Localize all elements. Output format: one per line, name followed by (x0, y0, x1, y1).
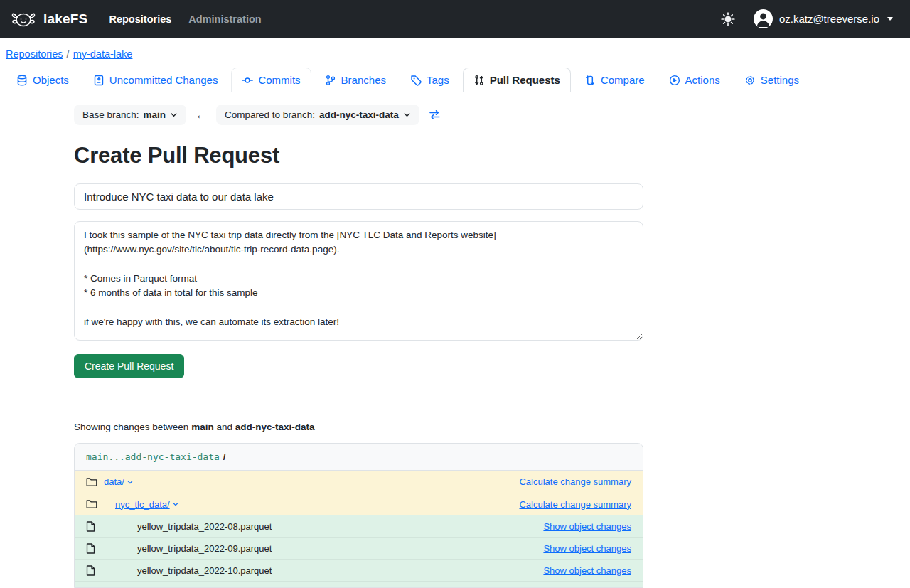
pr-description-input[interactable]: I took this sample of the NYC taxi trip … (74, 221, 643, 341)
folder-icon (86, 477, 97, 487)
change-row: yellow_tripdata_2022-08.parquet Show obj… (75, 515, 643, 537)
tab-label: Pull Requests (490, 74, 560, 86)
breadcrumb-separator: / (67, 48, 70, 60)
tab-tags[interactable]: Tags (400, 68, 460, 92)
pull-request-page: Base branch: main ← Compared to branch: … (74, 105, 643, 588)
brand-name: lakeFS (43, 11, 87, 27)
diff-file-icon (93, 75, 105, 86)
branch-icon (325, 75, 336, 86)
file-icon (86, 565, 97, 576)
change-row: data/ Calculate change summary (75, 471, 643, 493)
change-row-action-link[interactable]: Calculate change summary (519, 476, 631, 487)
chevron-down-icon (403, 111, 411, 119)
pull-request-icon (473, 75, 485, 86)
partial-row (75, 581, 643, 587)
change-row-name: yellow_tripdata_2022-10.parquet (137, 565, 272, 576)
repository-tabs: Objects Uncommitted Changes Commits Bran… (0, 68, 910, 92)
top-navbar: lakeFS Repositories Administration oz.ka… (0, 0, 910, 38)
tab-branches[interactable]: Branches (314, 68, 397, 92)
change-row: yellow_tripdata_2022-09.parquet Show obj… (75, 537, 643, 559)
breadcrumb-repo-name[interactable]: my-data-lake (73, 48, 133, 60)
compared-branch-value: add-nyc-taxi-data (319, 109, 399, 120)
navbar-links: Repositories Administration (109, 14, 261, 25)
change-row-action-link[interactable]: Show object changes (543, 565, 631, 576)
chevron-down-icon (170, 111, 178, 119)
page-title: Create Pull Request (74, 143, 643, 169)
create-pull-request-button[interactable]: Create Pull Request (74, 354, 184, 378)
ref-range-link[interactable]: main...add-nyc-taxi-data (86, 451, 220, 462)
tab-uncommitted-changes[interactable]: Uncommitted Changes (82, 68, 229, 92)
user-avatar (754, 9, 773, 28)
file-icon (86, 521, 97, 532)
compare-bar: Base branch: main ← Compared to branch: … (74, 105, 643, 125)
changes-summary: Showing changes between main and add-nyc… (74, 422, 643, 432)
tab-settings[interactable]: Settings (734, 68, 810, 92)
change-row-action-link[interactable]: Show object changes (543, 543, 631, 554)
change-row-name[interactable]: data/ (104, 476, 124, 487)
base-branch-selector[interactable]: Base branch: main (74, 105, 186, 125)
tab-label: Branches (341, 74, 386, 86)
navbar-right: oz.katz@treeverse.io (721, 9, 893, 28)
changes-table: main...add-nyc-taxi-data/ data/ Calculat… (74, 443, 643, 588)
compared-branch-label: Compared to branch: (225, 109, 315, 120)
summary-compared-branch: add-nyc-taxi-data (235, 422, 315, 432)
ref-path-suffix: / (223, 451, 226, 462)
compared-branch-selector[interactable]: Compared to branch: add-nyc-taxi-data (216, 105, 419, 125)
lakefs-brand[interactable]: lakeFS (10, 9, 87, 30)
tab-pull-requests[interactable]: Pull Requests (463, 68, 571, 92)
commit-icon (242, 75, 253, 86)
direction-arrow-icon: ← (196, 109, 207, 122)
tab-label: Objects (33, 74, 69, 86)
folder-icon (86, 499, 97, 509)
nav-administration[interactable]: Administration (188, 14, 261, 25)
changes-table-header: main...add-nyc-taxi-data/ (75, 444, 643, 471)
compare-icon (584, 75, 596, 86)
chevron-down-icon (887, 17, 893, 21)
change-row-action-link[interactable]: Show object changes (543, 521, 631, 532)
base-branch-value: main (144, 109, 166, 120)
tab-actions[interactable]: Actions (658, 68, 731, 92)
breadcrumb: Repositories/my-data-lake (0, 38, 910, 68)
database-icon (16, 75, 28, 86)
file-icon (86, 543, 97, 554)
tab-label: Commits (258, 74, 300, 86)
tag-icon (410, 75, 422, 86)
change-row-name[interactable]: nyc_tlc_data/ (115, 499, 170, 510)
summary-joiner: and (214, 422, 235, 432)
axolotl-logo-icon (10, 9, 37, 30)
user-email: oz.katz@treeverse.io (779, 13, 879, 25)
change-row-name: yellow_tripdata_2022-08.parquet (137, 521, 272, 532)
tab-label: Settings (761, 74, 799, 86)
changes-rows: data/ Calculate change summary nyc_tlc_d… (75, 471, 643, 581)
pr-title-input[interactable] (74, 183, 643, 210)
change-row: nyc_tlc_data/ Calculate change summary (75, 493, 643, 515)
tab-objects[interactable]: Objects (6, 68, 80, 92)
tab-label: Tags (427, 74, 449, 86)
tab-compare[interactable]: Compare (574, 68, 655, 92)
theme-toggle-sun-icon[interactable] (721, 12, 735, 26)
nav-repositories[interactable]: Repositories (109, 14, 171, 25)
tab-label: Actions (685, 74, 720, 86)
gear-icon (744, 75, 756, 86)
change-row-action-link[interactable]: Calculate change summary (519, 499, 631, 510)
summary-prefix: Showing changes between (74, 422, 191, 432)
tab-label: Uncommitted Changes (109, 74, 218, 86)
base-branch-label: Base branch: (82, 109, 139, 120)
summary-base-branch: main (191, 422, 214, 432)
tab-label: Compare (601, 74, 645, 86)
chevron-down-icon[interactable] (172, 501, 179, 508)
user-menu[interactable]: oz.katz@treeverse.io (754, 9, 893, 28)
chevron-down-icon[interactable] (127, 479, 134, 486)
change-row-name: yellow_tripdata_2022-09.parquet (137, 543, 272, 554)
tab-commits[interactable]: Commits (231, 68, 311, 92)
change-row: yellow_tripdata_2022-10.parquet Show obj… (75, 559, 643, 581)
play-circle-icon (669, 75, 680, 86)
section-divider (74, 405, 643, 405)
breadcrumb-repositories[interactable]: Repositories (6, 48, 63, 60)
swap-branches-icon[interactable] (429, 109, 441, 121)
